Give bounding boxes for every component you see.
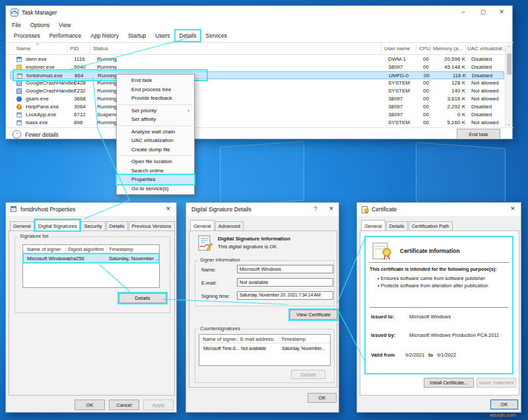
menu-item-end-process-tree[interactable]: End process tree [117,85,194,94]
tab-security[interactable]: Security [81,221,105,230]
tab-general[interactable]: General [361,220,385,230]
table-row[interactable]: dwm.exe 1116 Running DWM-1 00 20,596 K D… [10,55,504,63]
menu-item-set-priority[interactable]: Set priority› [117,106,194,116]
countersignature-row[interactable]: Microsoft Time-S... Not available Saturd… [200,345,329,353]
submenu-arrow-icon: › [187,106,189,116]
menu-item-open-file-location[interactable]: Open file location [117,157,194,166]
properties-tabstrip: General Digital Signatures Security Deta… [10,220,175,230]
fewer-details-toggle[interactable]: Fewer details [25,131,59,138]
column-memory[interactable]: Memory (a... [433,46,463,52]
name-field[interactable]: Microsoft Windows [237,265,333,273]
column-email-address[interactable]: E-mail address: [240,336,275,342]
divider [238,335,238,343]
signature-timestamp: Saturday, November ... [109,256,160,262]
tab-details[interactable]: Details [106,221,128,230]
column-timestamp[interactable]: Timestamp [281,336,306,342]
tab-startup[interactable]: Startup [124,30,150,41]
column-digest-algorithm[interactable]: Digest algorithm [68,246,104,252]
issued-by-value: Microsoft Windows Production PCA 2011 [409,332,499,338]
countersignature-timestamp: Saturday, November... [282,346,325,351]
tab-advanced[interactable]: Advanced [215,221,244,230]
column-status[interactable]: Status [93,46,108,52]
column-name-of-signer[interactable]: Name of signer: [27,246,62,252]
menu-item-search-online[interactable]: Search online [117,166,194,176]
tab-processes[interactable]: Processes [10,30,44,41]
help-icon[interactable]: ? [308,203,323,216]
issued-to-value: Microsoft Windows [409,314,451,320]
menu-options[interactable]: Options [30,22,50,28]
vertical-scrollbar[interactable]: ⌃ ⌄ [505,44,512,127]
menu-view[interactable]: View [59,22,71,28]
ok-button[interactable]: OK [308,393,337,403]
menu-item-properties[interactable]: Properties [117,175,194,184]
issuer-statement-button[interactable]: Issuer Statement [477,378,516,388]
tab-performance[interactable]: Performance [46,30,86,41]
ok-button[interactable]: OK [490,400,518,409]
tab-general[interactable]: General [10,221,34,230]
purpose-text: Protects software from alteration after … [381,283,488,289]
menu-file[interactable]: File [12,22,21,28]
menu-item-end-task[interactable]: End task [117,76,194,85]
tab-details[interactable]: Details [386,221,408,230]
signature-row[interactable]: Microsoft Windows sha256 Saturday, Novem… [24,254,158,262]
tab-certification-path[interactable]: Certification Path [409,221,453,230]
table-row[interactable]: GoogleCrashHandler... 7232 Running SYSTE… [10,87,504,95]
column-cpu[interactable]: CPU [419,46,430,52]
table-row[interactable]: explorer.exe 5040 Running 38097 00 45,14… [10,63,504,71]
details-button[interactable]: Details [119,293,166,303]
process-memory: 5,160 K [427,119,465,127]
column-name-of-signer[interactable]: Name of signer: [203,336,238,342]
cancel-button[interactable]: Cancel [109,400,139,410]
menu-item-create-dump-file[interactable]: Create dump file [117,145,194,155]
table-row[interactable]: gsam.exe 3668 Running 38097 00 3,616 K N… [10,95,504,103]
close-icon[interactable]: ✕ [492,6,511,19]
sort-ascending-icon: ^ [36,42,38,47]
process-user: SYSTEM [388,87,410,95]
tab-digital-signatures[interactable]: Digital Signatures [35,220,81,230]
scroll-up-icon[interactable]: ⌃ [506,45,512,50]
column-name[interactable]: Name [16,46,30,52]
signing-time-field[interactable]: Saturday, November 20, 2021 7:34:14 AM [237,291,333,300]
dialog-title: Certificate [372,206,397,213]
table-row[interactable]: lsass.exe 896 Running SYSTEM 00 5,160 K … [10,119,504,127]
menu-item-uac-virtualization[interactable]: UAC virtualization [117,136,194,145]
tab-services[interactable]: Services [201,30,231,41]
table-row[interactable]: LockApp.exe 6712 Suspended 38097 00 0 K … [10,111,504,119]
scroll-down-icon[interactable]: ⌄ [506,122,512,126]
ok-button[interactable]: OK [75,400,105,410]
tab-general[interactable]: General [190,220,214,230]
signature-details-titlebar: Digital Signature Details ? ✕ [186,203,339,216]
table-row[interactable]: ? HelpPane.exe 3064 Running 38097 00 2,2… [10,103,504,111]
email-field[interactable]: Not available [237,278,333,287]
install-certificate-button[interactable]: Install Certificate... [424,378,474,388]
process-uac: Disabled [471,55,492,63]
process-uac: Not allowed [471,79,499,87]
tab-details[interactable]: Details [176,30,201,41]
column-uac-virtualization[interactable]: UAC virtualizat... [467,46,507,52]
menu-item-analyze-wait-chain[interactable]: Analyze wait chain [117,127,194,137]
table-row-selected[interactable]: fontdrvhost.exe 664 Running UMFD-0 00 11… [10,71,504,79]
end-task-button[interactable]: End task [457,129,500,139]
column-timestamp[interactable]: Timestamp [109,246,133,252]
tab-app-history[interactable]: App history [86,30,123,41]
process-name: GoogleCrashHandler... [26,79,79,87]
tab-users[interactable]: Users [151,30,174,41]
details-button[interactable]: Details [291,370,325,379]
table-row[interactable]: GoogleCrashHandler... 2428 Running SYSTE… [10,79,504,87]
apply-button[interactable]: Apply [143,400,174,410]
countersignatures-listview: Name of signer: E-mail address: Timestam… [199,334,331,366]
close-icon[interactable]: ✕ [505,203,521,216]
minimize-icon[interactable]: – [454,6,473,19]
close-icon[interactable]: ✕ [160,203,176,216]
menu-item-go-to-services[interactable]: Go to service(s) [117,184,194,193]
close-icon[interactable]: ✕ [324,203,339,216]
menu-item-set-affinity[interactable]: Set affinity [117,115,194,124]
scrollbar-thumb[interactable] [507,53,512,75]
menu-item-provide-feedback[interactable]: Provide feedback [117,94,194,103]
view-certificate-button[interactable]: View Certificate [290,310,337,320]
column-user-name[interactable]: User name [384,46,410,52]
column-pid[interactable]: PID [70,46,79,52]
maximize-icon[interactable]: ▢ [474,6,492,19]
process-uac: Disabled [471,103,492,111]
tab-previous-versions[interactable]: Previous Versions [129,221,175,230]
